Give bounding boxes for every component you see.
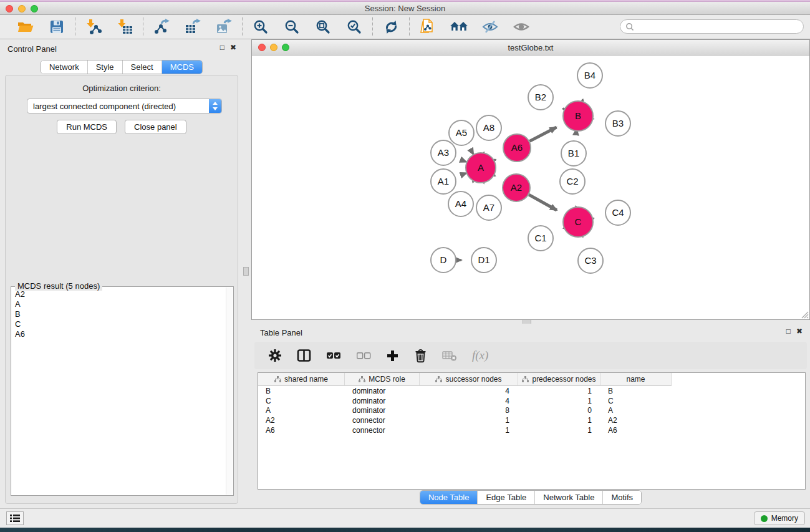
criterion-dropdown[interactable]: largest connected component (directed) <box>27 99 222 114</box>
zoom-in-button[interactable] <box>251 18 270 36</box>
close-panel-button[interactable]: Close panel <box>125 120 186 134</box>
cell-successor-nodes[interactable]: 4 <box>420 387 518 395</box>
show-columns-button[interactable] <box>297 349 311 362</box>
cell-MCDS-role[interactable]: connector <box>345 426 420 435</box>
table-tab-motifs[interactable]: Motifs <box>603 491 641 504</box>
tab-style[interactable]: Style <box>88 60 123 74</box>
cell-name[interactable]: B <box>600 387 672 395</box>
cell-MCDS-role[interactable]: dominator <box>345 406 420 415</box>
edge-A-A6[interactable] <box>494 160 496 160</box>
node-A8[interactable]: A8 <box>476 115 501 140</box>
node-B2[interactable]: B2 <box>528 85 553 110</box>
run-mcds-button[interactable]: Run MCDS <box>57 120 117 134</box>
function-builder-button[interactable]: f(x) <box>472 349 488 362</box>
node-A1[interactable]: A1 <box>431 169 456 194</box>
node-B1[interactable]: B1 <box>561 141 586 166</box>
cell-predecessor-nodes[interactable]: 1 <box>518 387 600 395</box>
open-session-button[interactable] <box>16 18 35 36</box>
result-item-b[interactable]: B <box>12 309 226 319</box>
node-C[interactable]: C <box>563 207 593 237</box>
edge-A-A4[interactable] <box>473 181 473 182</box>
show-panels-button[interactable] <box>6 511 24 525</box>
column-header-successor-nodes[interactable]: successor nodes <box>420 373 518 386</box>
cell-shared-name[interactable]: C <box>258 397 345 405</box>
table-row[interactable]: Bdominator41B <box>258 386 805 396</box>
import-network-button[interactable] <box>84 18 103 36</box>
delete-column-button[interactable] <box>414 349 427 363</box>
new-network-from-selection-button[interactable] <box>418 18 437 36</box>
node-A6[interactable]: A6 <box>503 134 531 162</box>
import-table-button[interactable] <box>115 18 134 36</box>
edge-B-B2[interactable] <box>563 109 564 109</box>
save-session-button[interactable] <box>47 18 66 36</box>
node-B3[interactable]: B3 <box>605 111 630 136</box>
cell-predecessor-nodes[interactable]: 0 <box>518 406 600 415</box>
close-panel-icon[interactable]: ✖ <box>230 43 236 52</box>
network-window-titlebar[interactable]: testGlobe.txt <box>252 40 809 56</box>
tab-mcds[interactable]: MCDS <box>162 60 202 74</box>
node-A3[interactable]: A3 <box>431 140 456 165</box>
column-header-predecessor-nodes[interactable]: predecessor nodes <box>518 373 600 386</box>
table-tab-network-table[interactable]: Network Table <box>535 491 603 504</box>
cell-MCDS-role[interactable]: dominator <box>345 387 420 395</box>
node-C2[interactable]: C2 <box>560 169 585 194</box>
cell-predecessor-nodes[interactable]: 1 <box>518 416 600 425</box>
table-tab-node-table[interactable]: Node Table <box>420 491 478 504</box>
cell-shared-name[interactable]: B <box>258 387 345 395</box>
export-network-button[interactable] <box>152 18 171 36</box>
result-item-a2[interactable]: A2 <box>12 289 226 299</box>
cell-name[interactable]: A6 <box>600 426 672 435</box>
select-all-columns-button[interactable] <box>326 351 341 360</box>
window-resize-grip[interactable] <box>800 310 809 319</box>
result-item-a6[interactable]: A6 <box>12 329 226 339</box>
node-C1[interactable]: C1 <box>528 226 553 251</box>
cell-predecessor-nodes[interactable]: 1 <box>518 397 600 405</box>
first-neighbors-button[interactable] <box>450 18 468 36</box>
hide-selected-button[interactable] <box>481 18 499 36</box>
cell-successor-nodes[interactable]: 8 <box>420 406 518 415</box>
node-D1[interactable]: D1 <box>471 248 496 273</box>
cell-predecessor-nodes[interactable]: 1 <box>518 426 600 435</box>
node-C3[interactable]: C3 <box>578 248 603 273</box>
search-input[interactable] <box>620 19 804 34</box>
edge-A-A2[interactable] <box>494 175 495 176</box>
node-B[interactable]: B <box>563 101 593 131</box>
node-A5[interactable]: A5 <box>449 120 474 145</box>
result-scrollbar[interactable] <box>226 288 233 495</box>
node-A2[interactable]: A2 <box>503 174 530 201</box>
zoom-selected-button[interactable] <box>345 18 364 36</box>
table-row[interactable]: Adominator80A <box>258 406 805 416</box>
memory-button[interactable]: Memory <box>754 511 805 525</box>
network-canvas[interactable]: B4B2BB3A8A5A6A3B1AA1C2A2A4A7C4CC1C3DD1 <box>252 56 809 319</box>
node-C4[interactable]: C4 <box>605 200 630 225</box>
mcds-result-list[interactable]: A2ABCA6 <box>12 289 226 495</box>
table-row[interactable]: Cdominator41C <box>258 396 805 406</box>
node-A4[interactable]: A4 <box>448 191 473 216</box>
edge-A6-B[interactable] <box>529 127 556 141</box>
table-tab-edge-table[interactable]: Edge Table <box>478 491 535 504</box>
cell-name[interactable]: A2 <box>600 416 672 425</box>
table-row[interactable]: A2connector11A2 <box>258 415 805 425</box>
cell-shared-name[interactable]: A2 <box>258 416 345 425</box>
cell-MCDS-role[interactable]: dominator <box>345 397 420 405</box>
node-A7[interactable]: A7 <box>476 195 501 220</box>
cell-name[interactable]: A <box>600 406 672 415</box>
cell-successor-nodes[interactable]: 1 <box>420 426 518 435</box>
cell-name[interactable]: C <box>600 397 672 405</box>
zoom-fit-button[interactable] <box>314 18 332 36</box>
cell-successor-nodes[interactable]: 1 <box>420 416 518 425</box>
cell-shared-name[interactable]: A6 <box>258 426 345 435</box>
delete-table-button[interactable] <box>442 349 457 362</box>
refresh-view-button[interactable] <box>382 18 400 36</box>
result-item-c[interactable]: C <box>12 319 226 329</box>
column-header-MCDS-role[interactable]: MCDS role <box>345 373 420 386</box>
result-item-a[interactable]: A <box>12 299 226 309</box>
zoom-out-button[interactable] <box>282 18 301 36</box>
table-row[interactable]: A6connector11A6 <box>258 425 805 435</box>
table-settings-button[interactable] <box>268 349 282 362</box>
table-float-panel-icon[interactable]: □ <box>786 327 791 336</box>
table-close-panel-icon[interactable]: ✖ <box>796 327 803 336</box>
create-column-button[interactable] <box>386 349 399 362</box>
node-A[interactable]: A <box>466 153 496 183</box>
tab-select[interactable]: Select <box>123 60 162 74</box>
